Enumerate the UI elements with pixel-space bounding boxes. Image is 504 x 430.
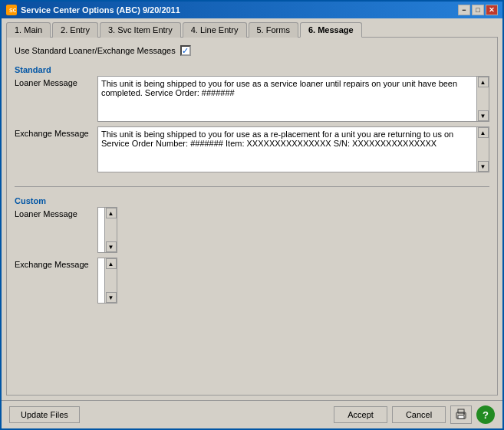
svg-rect-4 xyxy=(458,415,464,419)
standard-loaner-scrollbar: ▲ ▼ xyxy=(476,77,489,121)
footer-left: Update Files xyxy=(9,406,80,423)
close-button[interactable]: ✕ xyxy=(486,5,498,15)
use-standard-messages-checkbox[interactable]: ✓ xyxy=(180,45,191,56)
tab-svc-item-entry[interactable]: 3. Svc Item Entry xyxy=(100,22,181,38)
app-icon: SC xyxy=(6,5,17,15)
tab-message[interactable]: 6. Message xyxy=(300,22,362,38)
printer-icon xyxy=(455,409,467,421)
scroll-up-btn-2[interactable]: ▲ xyxy=(478,127,489,138)
scroll-down-btn-3[interactable]: ▼ xyxy=(106,241,117,252)
scroll-track-4 xyxy=(106,269,117,292)
standard-exchange-label: Exchange Message xyxy=(15,126,91,138)
custom-exchange-scrollbar: ▲ ▼ xyxy=(104,258,117,303)
title-bar: SC Service Center Options (ABC) 9/20/201… xyxy=(2,2,502,18)
window-title: Service Center Options (ABC) 9/20/2011 xyxy=(21,5,180,15)
main-window: SC Service Center Options (ABC) 9/20/201… xyxy=(0,0,504,430)
scroll-down-btn[interactable]: ▼ xyxy=(478,110,489,121)
accept-button[interactable]: Accept xyxy=(334,406,387,423)
scroll-down-btn-4[interactable]: ▼ xyxy=(106,292,117,303)
tab-entry[interactable]: 2. Entry xyxy=(52,22,98,38)
custom-exchange-label: Exchange Message xyxy=(15,258,91,269)
custom-exchange-row: Exchange Message ▲ ▼ xyxy=(15,258,489,304)
minimize-button[interactable]: − xyxy=(458,5,470,15)
svg-point-5 xyxy=(463,413,465,415)
footer-right: Accept Cancel ? xyxy=(334,405,495,424)
custom-exchange-text[interactable] xyxy=(98,258,104,303)
tab-main[interactable]: 1. Main xyxy=(6,22,51,38)
scroll-track-2 xyxy=(478,138,489,161)
custom-loaner-row: Loaner Message ▲ ▼ xyxy=(15,207,489,253)
scroll-up-btn-3[interactable]: ▲ xyxy=(106,208,117,218)
tab-forms[interactable]: 5. Forms xyxy=(249,22,298,38)
custom-loaner-scrollbar: ▲ ▼ xyxy=(104,208,117,252)
maximize-button[interactable]: □ xyxy=(472,5,484,15)
standard-loaner-row: Loaner Message This unit is being shippe… xyxy=(15,76,489,122)
update-files-button[interactable]: Update Files xyxy=(9,406,80,423)
help-button[interactable]: ? xyxy=(476,405,495,424)
tabs-bar: 1. Main 2. Entry 3. Svc Item Entry 4. Li… xyxy=(2,18,502,37)
svg-text:SC: SC xyxy=(9,8,16,13)
content-area: Use Standard Loaner/Exchange Messages ✓ … xyxy=(6,37,498,396)
standard-exchange-box: This unit is being shipped to you for us… xyxy=(97,126,489,172)
standard-exchange-row: Exchange Message This unit is being ship… xyxy=(15,126,489,172)
scroll-track-3 xyxy=(106,218,117,241)
custom-section-title: Custom xyxy=(15,196,489,205)
custom-exchange-box: ▲ ▼ xyxy=(97,258,117,304)
standard-section-title: Standard xyxy=(15,65,489,74)
footer-bar: Update Files Accept Cancel ? xyxy=(2,400,502,428)
scroll-down-btn-2[interactable]: ▼ xyxy=(478,161,489,172)
standard-exchange-text[interactable]: This unit is being shipped to you for us… xyxy=(98,127,476,172)
custom-loaner-text[interactable] xyxy=(98,208,104,252)
print-button[interactable] xyxy=(450,405,472,424)
checkbox-label: Use Standard Loaner/Exchange Messages xyxy=(15,46,176,55)
tab-line-entry[interactable]: 4. Line Entry xyxy=(183,22,247,38)
custom-loaner-label: Loaner Message xyxy=(15,207,91,218)
cancel-button[interactable]: Cancel xyxy=(392,406,446,423)
window-controls: − □ ✕ xyxy=(458,5,498,15)
custom-section: Custom Loaner Message ▲ ▼ Exchange Messa… xyxy=(15,196,489,308)
standard-loaner-box: This unit is being shipped to you for us… xyxy=(97,76,489,122)
standard-loaner-label: Loaner Message xyxy=(15,76,91,87)
scroll-up-btn[interactable]: ▲ xyxy=(478,77,489,87)
custom-loaner-box: ▲ ▼ xyxy=(97,207,117,253)
standard-exchange-scrollbar: ▲ ▼ xyxy=(476,127,489,172)
standard-messages-row: Use Standard Loaner/Exchange Messages ✓ xyxy=(15,45,489,56)
standard-section: Standard Loaner Message This unit is bei… xyxy=(15,65,489,177)
scroll-track xyxy=(478,87,489,110)
standard-loaner-text[interactable]: This unit is being shipped to you for us… xyxy=(98,77,476,121)
help-icon: ? xyxy=(483,409,489,421)
scroll-up-btn-4[interactable]: ▲ xyxy=(106,258,117,269)
section-divider xyxy=(15,186,489,187)
